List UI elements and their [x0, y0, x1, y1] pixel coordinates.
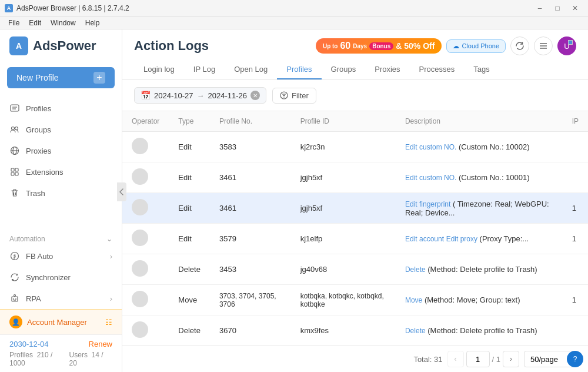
type-cell: Edit: [169, 224, 210, 254]
filter-label: Filter: [292, 91, 309, 100]
new-profile-label: New Profile: [16, 73, 59, 82]
user-avatar[interactable]: U: [557, 36, 576, 55]
date-clear-button[interactable]: ✕: [250, 91, 260, 100]
tab-ip-log[interactable]: IP Log: [184, 60, 225, 79]
automation-chevron: ⌄: [106, 235, 112, 243]
sidebar-collapse-button[interactable]: [117, 182, 126, 201]
sidebar-item-synchronizer[interactable]: Synchronizer: [0, 267, 122, 288]
col-profile-no: Profile No.: [210, 111, 291, 132]
main-content: Action Logs Up to 60 Days Bonus & 50% Of…: [122, 29, 588, 372]
sidebar-item-rpa[interactable]: RPA ›: [0, 288, 122, 309]
svg-point-4: [15, 127, 18, 130]
sidebar-item-profiles[interactable]: Profiles: [0, 98, 122, 119]
account-manager-item[interactable]: 👤 Account Manager ☷: [0, 309, 122, 334]
plus-icon: +: [93, 72, 105, 84]
support-button[interactable]: ?: [567, 351, 583, 367]
sidebar-item-groups[interactable]: Groups: [0, 119, 122, 140]
logo-text: AdsPower: [33, 38, 96, 54]
cloud-phone-button[interactable]: ☁ Cloud Phone: [446, 39, 506, 53]
operator-avatar: [132, 260, 148, 277]
description-cell: Edit custom NO. (Custom No.: 10001): [396, 162, 563, 193]
tab-processes[interactable]: Processes: [410, 60, 465, 79]
filters-bar: 📅 2024-10-27 → 2024-11-26 ✕ Filter: [122, 80, 588, 111]
minimize-button[interactable]: –: [532, 0, 548, 16]
menu-window[interactable]: Window: [47, 18, 79, 28]
proxies-icon: [9, 145, 20, 156]
sidebar-item-proxies[interactable]: Proxies: [0, 140, 122, 161]
app-icon: A: [5, 4, 13, 12]
type-cell: Edit: [169, 193, 210, 224]
svg-rect-11: [15, 172, 18, 175]
close-button[interactable]: ✕: [567, 0, 583, 16]
refresh-button[interactable]: [510, 36, 529, 55]
profile-id-cell: kmx9fes: [291, 315, 396, 346]
trash-icon: [9, 188, 20, 198]
sidebar-nav: Profiles Groups Proxies Extensions: [0, 93, 122, 230]
arrow-right-icon: ›: [110, 252, 112, 261]
fb-auto-icon: [9, 251, 20, 261]
date-range-picker[interactable]: 📅 2024-10-27 → 2024-11-26 ✕: [134, 87, 266, 104]
svg-rect-0: [11, 105, 19, 111]
promo-days: 60: [340, 41, 350, 51]
profile-id-cell: jgjh5xf: [291, 193, 396, 224]
operator-avatar: [132, 291, 148, 307]
automation-section: Automation ⌄: [0, 230, 122, 245]
profile-no-cell: 3453: [210, 254, 291, 285]
promo-banner[interactable]: Up to 60 Days Bonus & 50% Off: [316, 38, 442, 54]
table-row: Edit 3579 kj1elfp Edit account Edit prox…: [122, 224, 588, 254]
cloud-icon: ☁: [453, 42, 459, 50]
tab-open-log[interactable]: Open Log: [225, 60, 277, 79]
profile-id-cell: kotbqka, kotbqkc, kotbqkd, kotbqke: [291, 285, 396, 315]
profile-no-cell: 3670: [210, 315, 291, 346]
table-row: Move 3703, 3704, 3705, 3706 kotbqka, kot…: [122, 285, 588, 315]
tab-login-log[interactable]: Login log: [134, 60, 184, 79]
description-cell: Delete (Method: Delete profile to Trash): [396, 315, 563, 346]
svg-point-3: [12, 127, 15, 130]
description-cell: Delete (Method: Delete profile to Trash): [396, 254, 563, 285]
app-title: AdsPower Browser | 6.8.15 | 2.7.4.2: [16, 4, 129, 12]
maximize-button[interactable]: □: [549, 0, 566, 16]
sidebar-item-extensions[interactable]: Extensions: [0, 161, 122, 182]
profile-no-cell: 3461: [210, 193, 291, 224]
prev-page-button[interactable]: ‹: [447, 351, 464, 367]
date-to: 2024-11-26: [208, 91, 248, 100]
list-button[interactable]: [534, 36, 553, 55]
sidebar-footer: 2030-12-04 Renew Profiles 210 / 1000 Use…: [0, 334, 122, 372]
sidebar-item-trash[interactable]: Trash: [0, 182, 122, 204]
next-page-button[interactable]: ›: [503, 351, 519, 367]
account-manager-grid-icon: ☷: [105, 318, 112, 327]
collapse-button[interactable]: [568, 40, 573, 45]
svg-point-16: [14, 295, 16, 297]
tabs-bar: Login log IP Log Open Log Profiles Group…: [134, 60, 576, 79]
tab-groups[interactable]: Groups: [322, 60, 366, 79]
profile-id-cell: kj1elfp: [291, 224, 396, 254]
col-ip: IP: [563, 111, 588, 132]
menu-help[interactable]: Help: [82, 18, 103, 28]
tab-profiles[interactable]: Profiles: [277, 60, 321, 79]
logo-icon: A: [9, 36, 28, 55]
tab-tags[interactable]: Tags: [464, 60, 499, 79]
renew-link[interactable]: Renew: [89, 340, 112, 348]
description-cell: Edit fingerprint ( Timezone: Real; WebGP…: [396, 193, 563, 224]
account-manager-label: Account Manager: [27, 318, 101, 327]
table-row-highlighted: Edit 3461 jgjh5xf Edit fingerprint ( Tim…: [122, 193, 588, 224]
menu-file[interactable]: File: [5, 18, 23, 28]
new-profile-button[interactable]: New Profile +: [7, 67, 115, 88]
tab-proxies[interactable]: Proxies: [365, 60, 409, 79]
description-cell: Edit account Edit proxy (Proxy Type:...: [396, 224, 563, 254]
page-number-input[interactable]: [466, 351, 490, 367]
operator-avatar: [132, 168, 148, 185]
table-row: Delete 3453 jg40v68 Delete (Method: Dele…: [122, 254, 588, 285]
filter-button[interactable]: Filter: [272, 88, 316, 104]
svg-rect-15: [12, 297, 18, 301]
menubar: File Edit Window Help: [0, 16, 588, 29]
type-cell: Delete: [169, 254, 210, 285]
svg-rect-10: [11, 172, 14, 175]
col-operator: Operator: [122, 111, 169, 132]
type-cell: Edit: [169, 132, 210, 162]
account-manager-icon: 👤: [9, 315, 22, 328]
ip-cell: 1: [563, 285, 588, 315]
date-from: 2024-10-27: [154, 91, 193, 100]
sidebar-item-fb-auto[interactable]: FB Auto ›: [0, 245, 122, 267]
menu-edit[interactable]: Edit: [25, 18, 45, 28]
